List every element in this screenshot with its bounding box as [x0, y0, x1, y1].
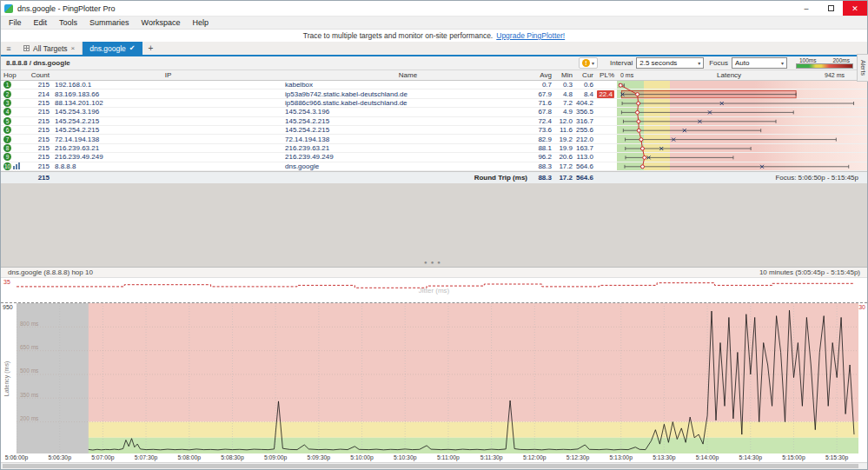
- chevron-down-icon: ▾: [592, 60, 594, 66]
- svg-text:800 ms: 800 ms: [20, 321, 39, 327]
- hop-badge: 6: [3, 126, 11, 134]
- cell-avg: 88.3: [533, 162, 554, 170]
- table-body: 1215192.168.0.1kabelbox0.70.30.6221483.1…: [1, 81, 867, 171]
- col-name[interactable]: Name: [283, 71, 533, 79]
- cell-cur: 316.7: [575, 117, 596, 125]
- cell-name: 216.239.49.249: [283, 153, 533, 161]
- time-tick-label: 5:15:30p: [825, 454, 848, 460]
- splitter-handle[interactable]: ●●●: [424, 260, 444, 265]
- menu-edit[interactable]: Edit: [28, 17, 54, 29]
- upgrade-link[interactable]: Upgrade PingPlotter!: [496, 31, 565, 40]
- latency-scale-max: 942 ms: [825, 72, 845, 78]
- table-row[interactable]: 721572.14.194.13872.14.194.13882.919.221…: [1, 135, 867, 143]
- col-min[interactable]: Min: [554, 71, 575, 79]
- timeline-range: 10 minutes (5:05:45p - 5:15:45p): [759, 268, 860, 276]
- table-row[interactable]: 221483.169.183.66ip53a9b742.static.kabel…: [1, 89, 867, 98]
- table-row[interactable]: 1215192.168.0.1kabelbox0.70.30.6: [1, 81, 867, 89]
- col-avg[interactable]: Avg: [533, 71, 554, 79]
- time-tick-label: 5:08:30p: [221, 454, 243, 460]
- svg-text:500 ms: 500 ms: [20, 367, 39, 374]
- cell-ip: 83.169.183.66: [53, 90, 283, 98]
- interval-select[interactable]: 2.5 seconds ▾: [636, 57, 704, 69]
- cell-min: 11.6: [554, 126, 575, 134]
- cell-count: 215: [24, 162, 53, 170]
- upgrade-banner: Trace to multiple targets and monitor on…: [1, 30, 867, 42]
- latency-graph-cell: [617, 108, 867, 116]
- menu-file[interactable]: File: [3, 17, 28, 29]
- cell-name: ip5886c966.static.kabel-deutschland.de: [283, 99, 533, 107]
- y2-axis-max-label: 30: [858, 304, 865, 310]
- latency-header-label: Latency: [633, 71, 825, 79]
- cell-ip: 145.254.2.215: [53, 117, 283, 125]
- window-title: dns.google - PingPlotter Pro: [17, 4, 794, 13]
- table-row[interactable]: 9215216.239.49.249216.239.49.24996.220.6…: [1, 153, 867, 162]
- time-tick-label: 5:11:00p: [437, 454, 460, 460]
- trace-table: Hop Count IP Name Avg Min Cur PL% 0 ms L…: [1, 70, 867, 183]
- cell-avg: 73.6: [533, 126, 554, 134]
- cell-count: 215: [24, 144, 53, 152]
- bar-chart-icon: [13, 162, 20, 169]
- cell-count: 215: [24, 81, 53, 89]
- cell-cur: 163.7: [575, 144, 596, 152]
- tab-dns-google[interactable]: dns.google ✔: [83, 42, 142, 55]
- latency-graph-cell: [617, 153, 867, 161]
- cell-avg: 0.7: [533, 81, 554, 89]
- cell-min: 7.2: [554, 99, 575, 107]
- alert-status-button[interactable]: ! ▾: [579, 57, 598, 69]
- interval-value: 2.5 seconds: [639, 59, 677, 67]
- minimize-button[interactable]: –: [794, 1, 818, 16]
- cell-cur: 8.4: [575, 90, 596, 98]
- col-cur[interactable]: Cur: [575, 71, 596, 79]
- cell-min: 17.2: [554, 162, 575, 170]
- hop-badge: 2: [3, 90, 11, 98]
- focus-select[interactable]: Auto ▾: [732, 57, 787, 69]
- close-button[interactable]: ✕: [843, 1, 867, 16]
- timeline-title: dns.google (8.8.8.8) hop 10: [8, 268, 93, 276]
- close-tab-icon[interactable]: ×: [71, 44, 76, 52]
- legend-high-label: 200ms: [832, 57, 850, 63]
- horizontal-scrollbar[interactable]: [1, 462, 867, 469]
- focus-value: Auto: [735, 59, 749, 67]
- scrollbar-thumb[interactable]: [3, 464, 858, 468]
- latency-timeline-graph[interactable]: 950 30 Latency (ms) Packet Loss % 200 ms…: [1, 303, 867, 453]
- latency-graph-cell: [617, 126, 867, 134]
- table-row[interactable]: 321588.134.201.102ip5886c966.static.kabe…: [1, 99, 867, 108]
- table-row[interactable]: 8215216.239.63.21216.239.63.2188.119.916…: [1, 144, 867, 153]
- cell-ip: 145.254.3.196: [53, 108, 283, 116]
- cell-avg: 67.9: [533, 90, 554, 98]
- cell-cur: 255.6: [575, 126, 596, 134]
- table-row[interactable]: 6215145.254.2.215145.254.2.21573.611.625…: [1, 126, 867, 135]
- jitter-strip-graph[interactable]: 35 Jitter (ms): [1, 278, 867, 303]
- tab-all-targets[interactable]: All Targets ×: [17, 42, 83, 55]
- cell-ip: 216.239.49.249: [53, 153, 283, 161]
- summary-label: Round Trip (ms): [283, 174, 533, 182]
- cell-count: 215: [24, 108, 53, 116]
- banner-text: Trace to multiple targets and monitor on…: [303, 31, 493, 40]
- cell-name: 145.254.3.196: [283, 108, 533, 116]
- table-row[interactable]: 5215145.254.2.215145.254.2.21572.412.031…: [1, 117, 867, 126]
- maximize-button[interactable]: [818, 1, 843, 16]
- menu-tools[interactable]: Tools: [53, 17, 83, 29]
- strip-max-label: 35: [3, 279, 10, 285]
- breadcrumb: 8.8.8.8 / dns.google: [6, 59, 579, 67]
- alerts-side-tab[interactable]: Alerts: [857, 54, 868, 82]
- cell-cur: 356.5: [575, 108, 596, 116]
- chevron-down-icon: ▾: [781, 60, 784, 66]
- tab-all-targets-label: All Targets: [33, 44, 68, 53]
- time-tick-label: 5:09:30p: [308, 454, 330, 460]
- new-tab-button[interactable]: +: [142, 42, 160, 55]
- col-pl[interactable]: PL%: [596, 71, 617, 79]
- time-tick-label: 5:13:00p: [609, 454, 632, 460]
- cell-avg: 71.6: [533, 99, 554, 107]
- col-ip[interactable]: IP: [53, 71, 283, 79]
- targets-menu-icon[interactable]: ≡: [1, 42, 17, 55]
- table-row[interactable]: 102158.8.8.8dns.google88.317.2564.6: [1, 162, 867, 171]
- menu-help[interactable]: Help: [186, 17, 215, 29]
- menu-workspace[interactable]: Workspace: [136, 17, 187, 29]
- cell-name: ip53a9b742.static.kabel-deutschland.de: [283, 90, 533, 98]
- table-row[interactable]: 4215145.254.3.196145.254.3.19667.84.9356…: [1, 108, 867, 116]
- summary-count: 215: [24, 174, 53, 182]
- col-hop[interactable]: Hop: [1, 71, 24, 79]
- menu-summaries[interactable]: Summaries: [83, 17, 136, 29]
- col-count[interactable]: Count: [24, 71, 53, 79]
